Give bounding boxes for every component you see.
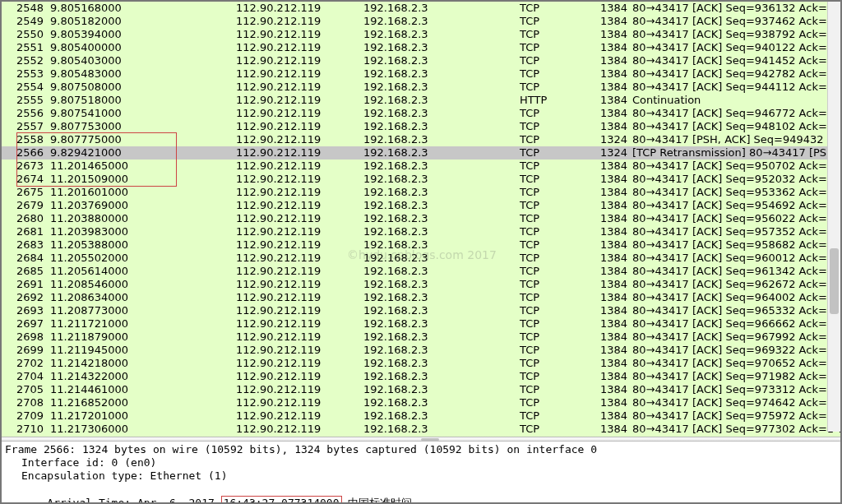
packet-dest: 192.168.2.3	[363, 28, 520, 41]
packet-source: 112.90.212.119	[236, 81, 363, 94]
packet-row[interactable]: 25499.805182000112.90.212.119192.168.2.3…	[2, 15, 840, 28]
packet-source: 112.90.212.119	[236, 291, 363, 304]
packet-row[interactable]: 268111.203983000112.90.212.119192.168.2.…	[2, 225, 840, 238]
packet-info: 80→43417 [ACK] Seq=957352 Ack=1 Win	[631, 225, 840, 238]
packet-row[interactable]: 270511.214461000112.90.212.119192.168.2.…	[2, 383, 840, 396]
packet-info: 80→43417 [ACK] Seq=971982 Ack=1 Win	[631, 370, 840, 383]
packet-info: 80→43417 [ACK] Seq=977302 Ack=1 Win	[631, 423, 840, 436]
packet-row[interactable]: 269111.208546000112.90.212.119192.168.2.…	[2, 278, 840, 291]
packet-dest: 192.168.2.3	[363, 291, 520, 304]
packet-row[interactable]: 25509.805394000112.90.212.119192.168.2.3…	[2, 28, 840, 41]
packet-row[interactable]: 270211.214218000112.90.212.119192.168.2.…	[2, 357, 840, 370]
frame-summary-line[interactable]: Frame 2566: 1324 bytes on wire (10592 bi…	[5, 443, 837, 456]
packet-row[interactable]: 25579.807753000112.90.212.119192.168.2.3…	[2, 120, 840, 133]
packet-length: 1384	[585, 199, 631, 212]
packet-length: 1384	[585, 238, 631, 252]
packet-info: 80→43417 [ACK] Seq=964002 Ack=1 Win	[631, 291, 840, 304]
packet-length: 1384	[585, 173, 631, 186]
packet-source: 112.90.212.119	[236, 252, 363, 265]
packet-time: 11.214322000	[47, 370, 236, 383]
packet-no: 2673	[2, 160, 47, 173]
packet-row[interactable]: 267911.203769000112.90.212.119192.168.2.…	[2, 199, 840, 212]
arrival-time-line[interactable]: Arrival Time: Apr 6, 2017 16:43:27.07731…	[5, 483, 837, 504]
pane-divider[interactable]	[2, 437, 840, 442]
packet-length: 1384	[585, 252, 631, 265]
packet-dest: 192.168.2.3	[363, 370, 520, 383]
packet-row[interactable]: 25569.807541000112.90.212.119192.168.2.3…	[2, 107, 840, 120]
packet-no: 2705	[2, 383, 47, 396]
packet-no: 2684	[2, 252, 47, 265]
packet-details-pane[interactable]: Frame 2566: 1324 bytes on wire (10592 bi…	[2, 442, 840, 504]
packet-info: 80→43417 [ACK] Seq=936132 Ack=1 Win	[631, 2, 840, 15]
packet-row[interactable]: 268011.203880000112.90.212.119192.168.2.…	[2, 212, 840, 225]
packet-length: 1384	[585, 265, 631, 278]
packet-length: 1384	[585, 212, 631, 225]
packet-row[interactable]: 25539.805483000112.90.212.119192.168.2.3…	[2, 67, 840, 81]
packet-info: 80→43417 [ACK] Seq=962672 Ack=1 Win	[631, 278, 840, 291]
packet-row[interactable]: 268411.205502000112.90.212.119192.168.2.…	[2, 252, 840, 265]
packet-info: 80→43417 [ACK] Seq=954692 Ack=1 Win	[631, 199, 840, 212]
packet-row[interactable]: 25519.805400000112.90.212.119192.168.2.3…	[2, 41, 840, 54]
vertical-scrollbar[interactable]	[827, 2, 840, 432]
packet-row[interactable]: 268311.205388000112.90.212.119192.168.2.…	[2, 238, 840, 252]
packet-row[interactable]: 270811.216852000112.90.212.119192.168.2.…	[2, 396, 840, 409]
packet-source: 112.90.212.119	[236, 41, 363, 54]
encapsulation-line[interactable]: Encapsulation type: Ethernet (1)	[5, 469, 837, 483]
packet-dest: 192.168.2.3	[363, 238, 520, 252]
packet-length: 1384	[585, 94, 631, 107]
arrival-prefix: Arrival Time: Apr 6, 2017	[47, 497, 220, 504]
packet-dest: 192.168.2.3	[363, 94, 520, 107]
packet-row[interactable]: 267411.201509000112.90.212.119192.168.2.…	[2, 173, 840, 186]
packet-row[interactable]: 25669.829421000112.90.212.119192.168.2.3…	[2, 146, 840, 160]
packet-length: 1384	[585, 357, 631, 370]
packet-length: 1384	[585, 2, 631, 15]
packet-dest: 192.168.2.3	[363, 225, 520, 238]
packet-protocol: TCP	[520, 238, 585, 252]
packet-row[interactable]: 25549.807508000112.90.212.119192.168.2.3…	[2, 81, 840, 94]
packet-row[interactable]: 267511.201601000112.90.212.119192.168.2.…	[2, 186, 840, 199]
packet-dest: 192.168.2.3	[363, 67, 520, 81]
packet-row[interactable]: 269711.211721000112.90.212.119192.168.2.…	[2, 317, 840, 331]
packet-row[interactable]: 268511.205614000112.90.212.119192.168.2.…	[2, 265, 840, 278]
packet-dest: 192.168.2.3	[363, 278, 520, 291]
packet-row[interactable]: 269911.211945000112.90.212.119192.168.2.…	[2, 344, 840, 357]
packet-row[interactable]: 25489.805168000112.90.212.119192.168.2.3…	[2, 2, 840, 15]
packet-row[interactable]: 269211.208634000112.90.212.119192.168.2.…	[2, 291, 840, 304]
packet-info: 80→43417 [ACK] Seq=956022 Ack=1 Win	[631, 212, 840, 225]
packet-time: 11.203769000	[47, 199, 236, 212]
packet-time: 11.214218000	[47, 357, 236, 370]
packet-time: 11.208546000	[47, 278, 236, 291]
packet-no: 2552	[2, 54, 47, 67]
packet-protocol: TCP	[520, 344, 585, 357]
packet-time: 9.829421000	[47, 146, 236, 160]
packet-row[interactable]: 269811.211879000112.90.212.119192.168.2.…	[2, 331, 840, 344]
packet-dest: 192.168.2.3	[363, 252, 520, 265]
packet-no: 2692	[2, 291, 47, 304]
packet-no: 2699	[2, 344, 47, 357]
packet-row[interactable]: 269311.208773000112.90.212.119192.168.2.…	[2, 304, 840, 317]
interface-id-line[interactable]: Interface id: 0 (en0)	[5, 456, 837, 469]
packet-dest: 192.168.2.3	[363, 409, 520, 423]
packet-length: 1384	[585, 278, 631, 291]
packet-info: 80→43417 [ACK] Seq=937462 Ack=1 Win	[631, 15, 840, 28]
packet-dest: 192.168.2.3	[363, 396, 520, 409]
packet-row[interactable]: 25529.805403000112.90.212.119192.168.2.3…	[2, 54, 840, 67]
packet-time: 11.211721000	[47, 317, 236, 331]
packet-protocol: TCP	[520, 252, 585, 265]
packet-row[interactable]: 271011.217306000112.90.212.119192.168.2.…	[2, 423, 840, 436]
packet-row[interactable]: 25559.807518000112.90.212.119192.168.2.3…	[2, 94, 840, 107]
packet-no: 2693	[2, 304, 47, 317]
packet-row[interactable]: 270411.214322000112.90.212.119192.168.2.…	[2, 370, 840, 383]
packet-info: 80→43417 [ACK] Seq=965332 Ack=1 Win	[631, 304, 840, 317]
scrollbar-thumb[interactable]	[830, 248, 839, 314]
packet-protocol: TCP	[520, 265, 585, 278]
packet-row[interactable]: 267311.201465000112.90.212.119192.168.2.…	[2, 160, 840, 173]
packet-length: 1384	[585, 81, 631, 94]
packet-no: 2704	[2, 370, 47, 383]
packet-list-pane[interactable]: 25489.805168000112.90.212.119192.168.2.3…	[2, 2, 840, 437]
packet-row[interactable]: 25589.807775000112.90.212.119192.168.2.3…	[2, 133, 840, 146]
packet-length: 1384	[585, 41, 631, 54]
packet-time: 9.807753000	[47, 120, 236, 133]
packet-dest: 192.168.2.3	[363, 212, 520, 225]
packet-row[interactable]: 270911.217201000112.90.212.119192.168.2.…	[2, 409, 840, 423]
